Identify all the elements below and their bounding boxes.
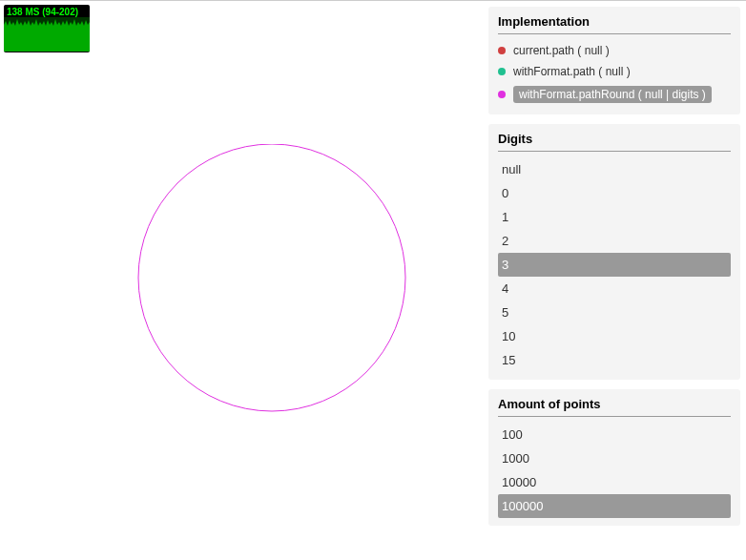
panel-title-points: Amount of points — [498, 397, 731, 417]
digits-option[interactable]: 3 — [498, 253, 731, 277]
digits-option[interactable]: 5 — [498, 301, 731, 324]
points-option[interactable]: 100 — [498, 423, 731, 446]
color-dot-icon — [498, 68, 506, 75]
points-option[interactable]: 100000 — [498, 494, 731, 518]
implementation-option[interactable]: current.path ( null ) — [498, 40, 731, 61]
color-dot-icon — [498, 91, 506, 98]
implementation-option[interactable]: withFormat.pathRound ( null | digits ) — [498, 82, 731, 107]
digits-option[interactable]: 4 — [498, 277, 731, 301]
svg-point-1 — [138, 144, 405, 411]
panel-title-digits: Digits — [498, 132, 731, 152]
digits-option[interactable]: null — [498, 157, 731, 181]
rendered-circle — [129, 144, 415, 430]
sidebar: Implementation current.path ( null )with… — [488, 1, 746, 535]
digits-option[interactable]: 1 — [498, 205, 731, 229]
digits-option[interactable]: 15 — [498, 348, 731, 372]
digits-option[interactable]: 10 — [498, 324, 731, 348]
panel-digits: Digits null0123451015 — [488, 124, 740, 380]
color-dot-icon — [498, 47, 506, 54]
digits-option[interactable]: 0 — [498, 181, 731, 205]
panel-title-implementation: Implementation — [498, 14, 731, 34]
implementation-option[interactable]: withFormat.path ( null ) — [498, 61, 731, 82]
panel-points: Amount of points 100100010000100000 — [488, 389, 740, 526]
implementation-option-label: withFormat.pathRound ( null | digits ) — [513, 86, 712, 103]
points-option[interactable]: 10000 — [498, 470, 731, 494]
canvas-area — [0, 1, 477, 560]
implementation-option-label: withFormat.path ( null ) — [513, 65, 631, 78]
digits-option[interactable]: 2 — [498, 229, 731, 253]
points-option[interactable]: 1000 — [498, 446, 731, 470]
panel-implementation: Implementation current.path ( null )with… — [488, 7, 740, 114]
implementation-option-label: current.path ( null ) — [513, 44, 610, 57]
